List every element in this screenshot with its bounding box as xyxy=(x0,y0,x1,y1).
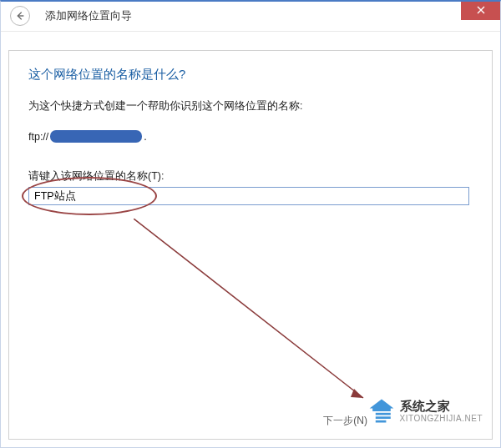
next-label: 下一步(N) xyxy=(323,414,367,428)
close-icon xyxy=(477,6,485,14)
next-button[interactable]: 下一步(N) xyxy=(323,414,367,428)
watermark-name: 系统之家 xyxy=(400,400,483,414)
page-heading: 这个网络位置的名称是什么? xyxy=(28,67,473,83)
svg-rect-2 xyxy=(375,413,390,415)
svg-line-0 xyxy=(134,219,363,398)
titlebar: 添加网络位置向导 xyxy=(0,0,501,32)
url-display: ftp:// . xyxy=(28,130,473,143)
arrow-left-icon xyxy=(14,10,26,22)
watermark-domain: XITONGZHIJIA.NET xyxy=(400,414,483,423)
wizard-content: 这个网络位置的名称是什么? 为这个快捷方式创建一个帮助你识别这个网络位置的名称:… xyxy=(0,32,501,205)
svg-rect-4 xyxy=(375,420,386,423)
name-input-label: 请键入该网络位置的名称(T): xyxy=(28,169,473,184)
url-suffix: . xyxy=(144,131,146,143)
redacted-host xyxy=(50,130,142,143)
svg-rect-3 xyxy=(375,416,390,419)
url-prefix: ftp:// xyxy=(28,131,48,143)
watermark: 系统之家 XITONGZHIJIA.NET xyxy=(367,396,483,426)
location-name-input[interactable] xyxy=(28,187,469,205)
close-button[interactable] xyxy=(461,0,501,20)
house-icon xyxy=(367,396,397,426)
back-button[interactable] xyxy=(10,6,30,26)
svg-marker-1 xyxy=(351,389,363,398)
window-title: 添加网络位置向导 xyxy=(45,8,132,23)
annotation-arrow xyxy=(134,219,384,419)
instruction-text: 为这个快捷方式创建一个帮助你识别这个网络位置的名称: xyxy=(28,99,473,113)
